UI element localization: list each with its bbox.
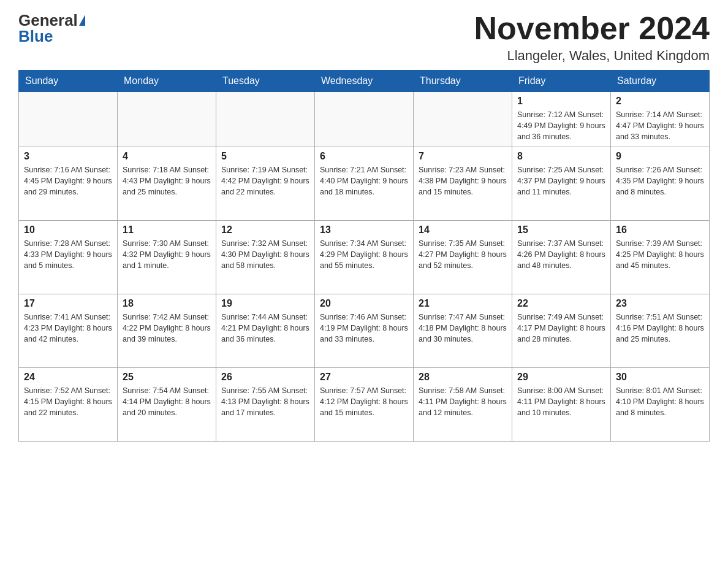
day-info: Sunrise: 7:52 AM Sunset: 4:15 PM Dayligh…	[24, 385, 112, 418]
calendar-cell: 22Sunrise: 7:49 AM Sunset: 4:17 PM Dayli…	[512, 294, 611, 368]
day-number: 16	[616, 224, 704, 236]
day-number: 15	[517, 224, 605, 236]
day-info: Sunrise: 7:28 AM Sunset: 4:33 PM Dayligh…	[24, 238, 112, 271]
day-number: 12	[221, 224, 309, 236]
day-info: Sunrise: 7:26 AM Sunset: 4:35 PM Dayligh…	[616, 164, 704, 197]
day-info: Sunrise: 7:21 AM Sunset: 4:40 PM Dayligh…	[320, 164, 408, 197]
day-number: 23	[616, 298, 704, 309]
day-number: 17	[24, 298, 112, 309]
calendar-week-4: 17Sunrise: 7:41 AM Sunset: 4:23 PM Dayli…	[19, 294, 710, 368]
day-info: Sunrise: 7:46 AM Sunset: 4:19 PM Dayligh…	[320, 312, 408, 345]
column-header-tuesday: Tuesday	[216, 71, 315, 92]
day-number: 25	[123, 372, 211, 383]
logo-triangle-icon	[79, 15, 85, 26]
day-info: Sunrise: 7:54 AM Sunset: 4:14 PM Dayligh…	[123, 385, 211, 418]
calendar-cell	[118, 92, 216, 147]
day-number: 27	[320, 372, 408, 383]
day-number: 10	[24, 224, 112, 236]
day-info: Sunrise: 7:14 AM Sunset: 4:47 PM Dayligh…	[616, 109, 704, 142]
calendar-cell: 15Sunrise: 7:37 AM Sunset: 4:26 PM Dayli…	[512, 221, 611, 294]
day-number: 9	[616, 151, 704, 162]
calendar-cell: 12Sunrise: 7:32 AM Sunset: 4:30 PM Dayli…	[216, 221, 315, 294]
day-info: Sunrise: 7:42 AM Sunset: 4:22 PM Dayligh…	[123, 312, 211, 345]
calendar-cell	[216, 92, 315, 147]
day-number: 21	[419, 298, 507, 309]
day-info: Sunrise: 7:51 AM Sunset: 4:16 PM Dayligh…	[616, 312, 704, 345]
day-info: Sunrise: 7:37 AM Sunset: 4:26 PM Dayligh…	[517, 238, 605, 271]
day-info: Sunrise: 7:47 AM Sunset: 4:18 PM Dayligh…	[419, 312, 507, 345]
calendar-cell	[315, 92, 414, 147]
title-section: November 2024 Llangeler, Wales, United K…	[474, 12, 710, 64]
day-info: Sunrise: 7:30 AM Sunset: 4:32 PM Dayligh…	[123, 238, 211, 271]
calendar-cell	[414, 92, 512, 147]
day-number: 1	[517, 96, 605, 107]
column-header-sunday: Sunday	[19, 71, 118, 92]
calendar-cell: 11Sunrise: 7:30 AM Sunset: 4:32 PM Dayli…	[118, 221, 216, 294]
day-number: 3	[24, 151, 112, 162]
column-header-friday: Friday	[512, 71, 611, 92]
calendar-cell: 7Sunrise: 7:23 AM Sunset: 4:38 PM Daylig…	[414, 147, 512, 221]
day-number: 6	[320, 151, 408, 162]
column-header-wednesday: Wednesday	[315, 71, 414, 92]
calendar-cell: 27Sunrise: 7:57 AM Sunset: 4:12 PM Dayli…	[315, 368, 414, 442]
day-number: 29	[517, 372, 605, 383]
day-info: Sunrise: 7:58 AM Sunset: 4:11 PM Dayligh…	[419, 385, 507, 418]
logo-general-text: General	[18, 12, 78, 28]
calendar-cell: 17Sunrise: 7:41 AM Sunset: 4:23 PM Dayli…	[19, 294, 118, 368]
calendar-cell: 1Sunrise: 7:12 AM Sunset: 4:49 PM Daylig…	[512, 92, 611, 147]
day-number: 24	[24, 372, 112, 383]
day-number: 11	[123, 224, 211, 236]
day-info: Sunrise: 7:32 AM Sunset: 4:30 PM Dayligh…	[221, 238, 309, 271]
day-info: Sunrise: 7:25 AM Sunset: 4:37 PM Dayligh…	[517, 164, 605, 197]
calendar-week-5: 24Sunrise: 7:52 AM Sunset: 4:15 PM Dayli…	[19, 368, 710, 442]
calendar-cell: 14Sunrise: 7:35 AM Sunset: 4:27 PM Dayli…	[414, 221, 512, 294]
day-info: Sunrise: 7:49 AM Sunset: 4:17 PM Dayligh…	[517, 312, 605, 345]
calendar-cell: 20Sunrise: 7:46 AM Sunset: 4:19 PM Dayli…	[315, 294, 414, 368]
day-number: 14	[419, 224, 507, 236]
day-info: Sunrise: 8:01 AM Sunset: 4:10 PM Dayligh…	[616, 385, 704, 418]
calendar-cell: 8Sunrise: 7:25 AM Sunset: 4:37 PM Daylig…	[512, 147, 611, 221]
day-info: Sunrise: 7:19 AM Sunset: 4:42 PM Dayligh…	[221, 164, 309, 197]
day-info: Sunrise: 7:35 AM Sunset: 4:27 PM Dayligh…	[419, 238, 507, 271]
day-number: 22	[517, 298, 605, 309]
day-number: 20	[320, 298, 408, 309]
calendar-cell: 26Sunrise: 7:55 AM Sunset: 4:13 PM Dayli…	[216, 368, 315, 442]
day-number: 19	[221, 298, 309, 309]
calendar-cell: 28Sunrise: 7:58 AM Sunset: 4:11 PM Dayli…	[414, 368, 512, 442]
calendar-cell: 5Sunrise: 7:19 AM Sunset: 4:42 PM Daylig…	[216, 147, 315, 221]
day-info: Sunrise: 7:44 AM Sunset: 4:21 PM Dayligh…	[221, 312, 309, 345]
day-info: Sunrise: 7:12 AM Sunset: 4:49 PM Dayligh…	[517, 109, 605, 142]
day-number: 4	[123, 151, 211, 162]
calendar-week-1: 1Sunrise: 7:12 AM Sunset: 4:49 PM Daylig…	[19, 92, 710, 147]
day-info: Sunrise: 7:55 AM Sunset: 4:13 PM Dayligh…	[221, 385, 309, 418]
calendar-cell	[19, 92, 118, 147]
day-number: 2	[616, 96, 704, 107]
calendar-cell: 16Sunrise: 7:39 AM Sunset: 4:25 PM Dayli…	[611, 221, 710, 294]
column-header-monday: Monday	[118, 71, 216, 92]
calendar-cell: 13Sunrise: 7:34 AM Sunset: 4:29 PM Dayli…	[315, 221, 414, 294]
calendar-cell: 6Sunrise: 7:21 AM Sunset: 4:40 PM Daylig…	[315, 147, 414, 221]
column-header-saturday: Saturday	[611, 71, 710, 92]
day-number: 28	[419, 372, 507, 383]
logo-blue-text: Blue	[18, 28, 53, 44]
day-number: 30	[616, 372, 704, 383]
day-info: Sunrise: 7:16 AM Sunset: 4:45 PM Dayligh…	[24, 164, 112, 197]
day-info: Sunrise: 7:41 AM Sunset: 4:23 PM Dayligh…	[24, 312, 112, 345]
calendar-header-row: SundayMondayTuesdayWednesdayThursdayFrid…	[19, 71, 710, 92]
page-header: General Blue November 2024 Llangeler, Wa…	[18, 12, 710, 64]
calendar-cell: 4Sunrise: 7:18 AM Sunset: 4:43 PM Daylig…	[118, 147, 216, 221]
day-number: 26	[221, 372, 309, 383]
day-info: Sunrise: 7:18 AM Sunset: 4:43 PM Dayligh…	[123, 164, 211, 197]
calendar-cell: 9Sunrise: 7:26 AM Sunset: 4:35 PM Daylig…	[611, 147, 710, 221]
calendar-cell: 29Sunrise: 8:00 AM Sunset: 4:11 PM Dayli…	[512, 368, 611, 442]
day-number: 8	[517, 151, 605, 162]
day-info: Sunrise: 7:23 AM Sunset: 4:38 PM Dayligh…	[419, 164, 507, 197]
day-number: 13	[320, 224, 408, 236]
calendar-cell: 21Sunrise: 7:47 AM Sunset: 4:18 PM Dayli…	[414, 294, 512, 368]
calendar-cell: 2Sunrise: 7:14 AM Sunset: 4:47 PM Daylig…	[611, 92, 710, 147]
day-number: 5	[221, 151, 309, 162]
calendar-table: SundayMondayTuesdayWednesdayThursdayFrid…	[18, 70, 710, 442]
day-number: 7	[419, 151, 507, 162]
day-info: Sunrise: 8:00 AM Sunset: 4:11 PM Dayligh…	[517, 385, 605, 418]
day-info: Sunrise: 7:57 AM Sunset: 4:12 PM Dayligh…	[320, 385, 408, 418]
